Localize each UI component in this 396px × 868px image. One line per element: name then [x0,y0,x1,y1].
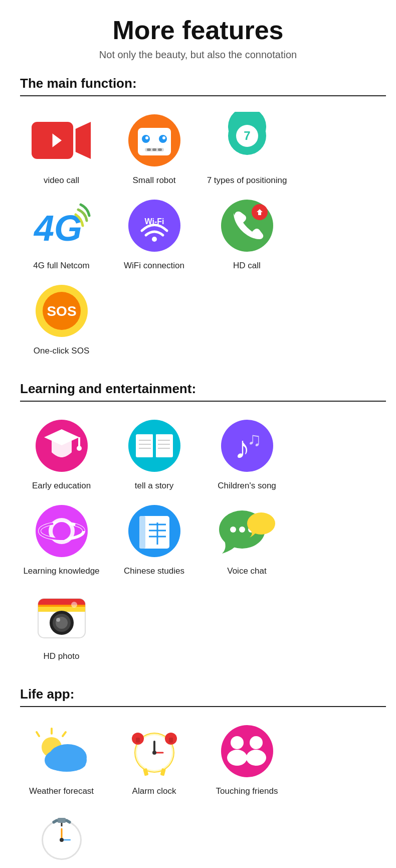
list-item: tell a story [108,416,201,491]
alarm-clock-label: Alarm clock [132,786,176,796]
svg-text:7: 7 [244,129,250,142]
list-item: Learning knowledge [15,501,108,576]
icon-grid-main: video call [10,110,386,366]
positioning-icon: 7 [217,110,277,170]
touching-friends-icon [217,721,277,781]
chinese-studies-label: Chinese studies [124,566,184,576]
svg-point-59 [239,527,245,533]
small-robot-icon [124,110,184,170]
svg-point-93 [231,736,244,749]
icon-grid-life: Weather forecast [10,721,386,868]
section-learning: Learning and entertainment: Early educat… [10,381,386,671]
svg-point-31 [77,446,82,451]
section-life-app: Life app: [10,686,386,868]
video-call-label: video call [44,176,79,186]
learning-knowledge-icon [32,501,92,561]
hd-call-label: HD call [233,261,261,271]
list-item: Wi-Fi WiFi connection [108,196,201,271]
sos-icon: SOS [32,281,92,341]
svg-text:♫: ♫ [247,429,262,450]
sos-label: One-click SOS [34,346,89,356]
list-item: Touching friends [201,721,293,796]
icon-grid-learning: Early education [10,416,386,671]
svg-point-95 [250,736,263,749]
svg-rect-91 [169,738,173,743]
page-container: More features Not only the beauty, but a… [0,0,396,868]
hd-call-icon [217,196,277,256]
list-item: 4G 4G full Netcom [15,196,108,271]
tell-story-icon [124,416,184,476]
svg-point-79 [48,756,86,772]
list-item: ♪ ♫ Children's song [201,416,293,491]
svg-rect-33 [136,434,153,457]
svg-point-92 [221,725,273,777]
svg-point-71 [71,602,77,608]
touching-friends-label: Touching friends [216,786,278,796]
list-item: video call [15,110,108,186]
wifi-icon: Wi-Fi [124,196,184,256]
svg-rect-12 [158,148,162,151]
list-item: Small robot [108,110,201,186]
svg-line-75 [37,732,39,736]
page-title: More features [10,15,386,45]
section-main-function: The main function: video call [10,76,386,366]
4g-label: 4G full Netcom [33,261,89,271]
voice-chat-icon [217,501,277,561]
list-item: 7 7 types of positioning [201,110,293,186]
list-item: Weather forecast [15,721,108,796]
svg-rect-34 [155,434,173,457]
tell-story-label: tell a story [135,481,173,491]
video-call-icon [32,110,92,170]
alarm-clock-icon [124,721,184,781]
positioning-label: 7 types of positioning [207,176,287,186]
svg-rect-35 [153,433,156,458]
svg-point-48 [53,522,71,540]
svg-marker-2 [75,122,90,159]
4g-icon: 4G [32,196,92,256]
section-header-learning: Learning and entertainment: [20,381,386,402]
list-item: SOS One-click SOS [15,281,108,356]
svg-rect-65 [38,605,85,607]
sports-step-icon [32,806,92,866]
section-header-life: Life app: [20,686,386,707]
early-education-icon [32,416,92,476]
early-education-label: Early education [32,481,91,491]
svg-point-8 [162,136,165,139]
svg-point-105 [60,838,64,842]
svg-rect-52 [139,516,145,549]
list-item: HD call [201,196,293,271]
svg-point-21 [152,237,157,242]
svg-point-58 [230,527,236,533]
list-item: Early education [15,416,108,491]
chinese-studies-icon [124,501,184,561]
weather-icon [32,721,92,781]
list-item: Voice chat [201,501,293,576]
svg-point-94 [227,750,247,766]
list-item: Alarm clock [108,721,201,796]
svg-rect-11 [152,148,156,151]
svg-point-96 [246,750,266,766]
wifi-label: WiFi connection [124,261,184,271]
weather-label: Weather forecast [29,786,94,796]
hd-photo-label: HD photo [44,651,80,661]
page-subtitle: Not only the beauty, but also the connot… [10,49,386,61]
small-robot-label: Small robot [133,176,176,186]
list-item: Chinese studies [108,501,201,576]
svg-rect-99 [57,818,66,823]
svg-point-7 [145,136,148,139]
voice-chat-label: Voice chat [227,566,266,576]
hd-photo-icon [32,586,92,646]
svg-point-70 [56,618,60,622]
childrens-song-label: Children's song [218,481,276,491]
svg-rect-10 [147,148,151,151]
svg-text:SOS: SOS [47,303,76,319]
section-header-main: The main function: [20,76,386,96]
svg-line-74 [63,732,66,736]
svg-point-14 [152,115,157,120]
list-item: HD photo [15,586,108,661]
svg-point-85 [152,751,156,755]
childrens-song-icon: ♪ ♫ [217,416,277,476]
list-item: Sports step [15,806,108,868]
svg-rect-90 [136,738,140,743]
learning-knowledge-label: Learning knowledge [23,566,99,576]
